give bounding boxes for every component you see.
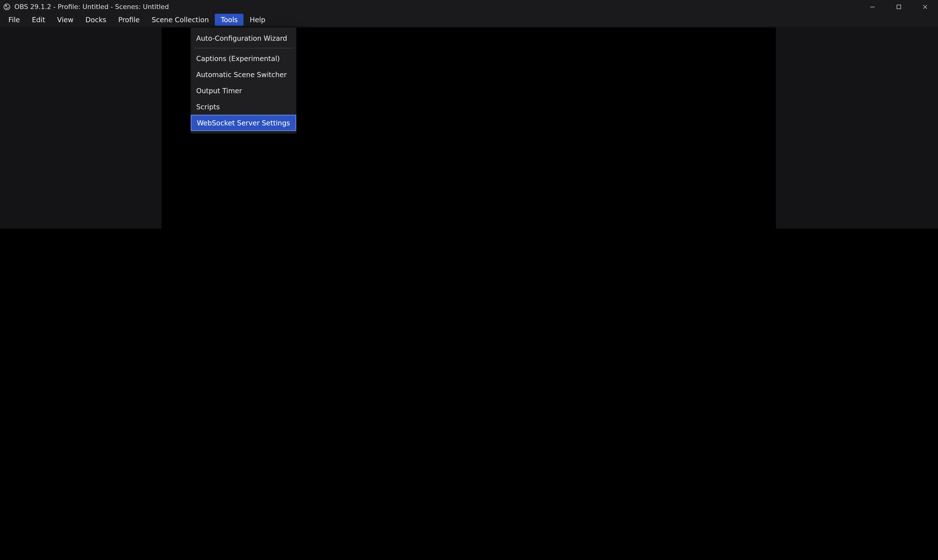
menu-item-file[interactable]: File (2, 14, 26, 26)
close-button[interactable] (912, 0, 938, 13)
titlebar: OBS 29.1.2 - Profile: Untitled - Scenes:… (0, 0, 938, 13)
menu-item-tools[interactable]: Tools (215, 14, 244, 26)
obs-logo-icon (3, 3, 11, 11)
menu-item-scene-collection[interactable]: Scene Collection (145, 14, 214, 26)
tools-menu: Auto-Configuration Wizard Captions (Expe… (190, 27, 297, 134)
tools-menu-item-auto-configuration-wizard[interactable]: Auto-Configuration Wizard (191, 30, 296, 46)
tools-menu-item-output-timer[interactable]: Output Timer (191, 83, 296, 98)
window-controls (859, 0, 938, 13)
menu-separator (194, 48, 293, 48)
menu-item-profile[interactable]: Profile (112, 14, 146, 26)
menubar: File Edit View Docks Profile Scene Colle… (0, 13, 938, 26)
tools-menu-item-captions[interactable]: Captions (Experimental) (191, 50, 296, 66)
minimize-button[interactable] (859, 0, 886, 13)
tools-menu-item-websocket-server-settings[interactable]: WebSocket Server Settings (191, 115, 296, 131)
maximize-button[interactable] (885, 0, 912, 13)
obs-window: OBS 29.1.2 - Profile: Untitled - Scenes:… (0, 0, 938, 229)
tools-menu-item-scripts[interactable]: Scripts (191, 98, 296, 115)
menu-item-edit[interactable]: Edit (26, 14, 51, 26)
menu-item-help[interactable]: Help (244, 14, 271, 26)
menu-item-view[interactable]: View (51, 14, 80, 26)
window-title: OBS 29.1.2 - Profile: Untitled - Scenes:… (14, 3, 169, 11)
menu-item-docks[interactable]: Docks (79, 14, 112, 26)
tools-menu-item-automatic-scene-switcher[interactable]: Automatic Scene Switcher (191, 66, 296, 83)
